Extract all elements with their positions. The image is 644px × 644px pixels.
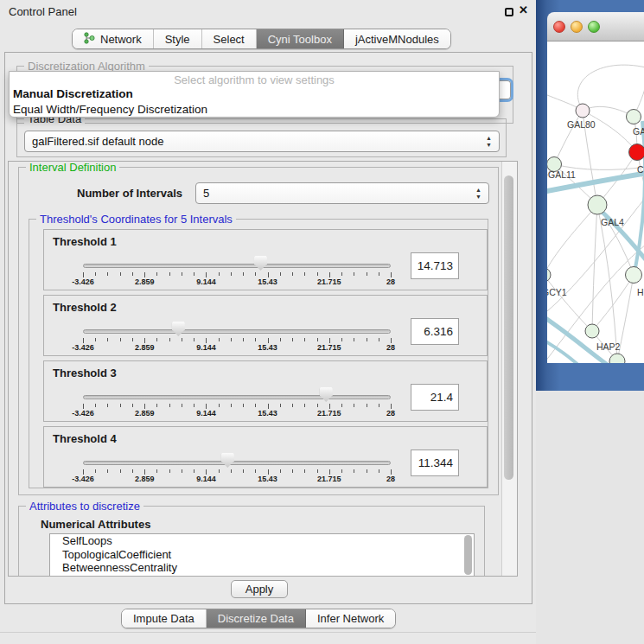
network-edge[interactable]: [547, 245, 644, 363]
apply-button[interactable]: Apply: [231, 580, 288, 598]
H-node[interactable]: [626, 267, 642, 284]
combo-stepper-icon: ▲▼: [475, 187, 482, 201]
GAL4-node[interactable]: [588, 195, 607, 214]
attribute-list-item[interactable]: TopologicalCoefficient: [50, 548, 474, 562]
tick-mark: [194, 469, 194, 473]
node-label: GCY1: [547, 287, 567, 297]
table-data-group: Table Data galFiltered.sif default node …: [16, 118, 507, 157]
slider-thumb[interactable]: [254, 256, 267, 271]
network-edge-highlighted[interactable]: [547, 340, 580, 363]
tick-mark: [182, 404, 182, 407]
tick-mark: [367, 338, 367, 341]
HAP2-node[interactable]: [585, 324, 599, 338]
tick-mark: [280, 272, 281, 276]
window-minimize-icon[interactable]: [571, 21, 583, 33]
tick-mark: [292, 469, 293, 473]
tab-network[interactable]: Network: [73, 29, 154, 48]
tick-mark: [354, 272, 354, 276]
tick-mark: [169, 469, 170, 473]
tick-label: 9.144: [196, 343, 216, 352]
tab-label: Impute Data: [133, 612, 194, 625]
settings-scrollbar-thumb[interactable]: [504, 175, 513, 480]
tick-mark: [367, 469, 367, 473]
tick-mark: [280, 404, 281, 407]
tick-mark: [231, 469, 232, 473]
slider-thumb[interactable]: [172, 322, 185, 336]
tab-discretize-data[interactable]: Discretize Data: [207, 609, 306, 628]
slider-thumb[interactable]: [221, 453, 234, 468]
tick-mark: [292, 404, 293, 407]
tick-mark: [341, 469, 342, 473]
slider-track[interactable]: [83, 461, 391, 465]
tick-mark: [132, 404, 133, 407]
tab-jactivemnodules[interactable]: jActiveMNodules: [344, 29, 450, 48]
tab-impute-data[interactable]: Impute Data: [122, 609, 207, 628]
number-of-intervals-combobox[interactable]: 5 ▲▼: [195, 182, 489, 204]
tick-mark: [341, 404, 342, 407]
threshold-value-input[interactable]: 14.713: [411, 252, 459, 279]
network-view-canvas[interactable]: GAL80GACGAL11GAL4GCY1HHAP2: [547, 41, 644, 363]
combo-stepper-icon: ▲▼: [485, 135, 493, 149]
node-label: HAP2: [596, 341, 621, 352]
tick-label: 2.859: [135, 277, 155, 286]
tick-label: 9.144: [196, 409, 216, 418]
tick-mark: [120, 404, 121, 407]
attribute-list-item[interactable]: BetweennessCentrality: [50, 561, 474, 575]
threshold-value-input[interactable]: 6.316: [411, 318, 459, 345]
network-edge[interactable]: [547, 205, 597, 275]
GCY1-node[interactable]: [547, 268, 551, 282]
red-node[interactable]: [629, 144, 644, 161]
algorithm-option[interactable]: Manual Discretization: [10, 86, 499, 102]
threshold-value-input[interactable]: 21.4: [411, 384, 459, 411]
tick-mark: [255, 272, 256, 276]
threshold-value-input[interactable]: 11.344: [411, 450, 459, 476]
tick-mark: [107, 469, 108, 473]
GAL80-node[interactable]: [576, 104, 590, 118]
tick-mark: [379, 338, 379, 341]
slider-track[interactable]: [83, 329, 391, 334]
attributes-list-scrollbar[interactable]: [464, 535, 472, 575]
tick-mark: [379, 272, 379, 276]
tick-mark: [379, 404, 379, 407]
float-window-icon[interactable]: [505, 8, 513, 16]
slider-track[interactable]: [83, 264, 391, 268]
network-edge[interactable]: [577, 65, 644, 111]
tick-label: 15.43: [258, 343, 277, 352]
slider-thumb[interactable]: [320, 387, 333, 402]
tick-mark: [95, 469, 96, 473]
window-close-icon[interactable]: [553, 21, 565, 33]
tick-label: 28: [386, 409, 395, 418]
close-icon[interactable]: ✕: [519, 3, 528, 16]
algorithm-option[interactable]: Equal Width/Frequency Discretization: [10, 102, 499, 118]
tick-mark: [255, 338, 256, 341]
tick-label: 28: [386, 475, 395, 483]
tick-mark: [255, 469, 256, 473]
tab-style[interactable]: Style: [154, 29, 202, 48]
node-label: GAL4: [601, 217, 624, 227]
tick-label: 28: [386, 277, 395, 286]
network-edge-highlighted[interactable]: [547, 316, 612, 363]
tick-mark: [219, 272, 220, 276]
tick-mark: [304, 272, 305, 276]
tick-mark: [341, 272, 342, 276]
table-data-combobox[interactable]: galFiltered.sif default node ▲▼: [24, 131, 500, 152]
tick-mark: [354, 404, 354, 407]
tick-label: 2.859: [135, 475, 155, 483]
window-zoom-icon[interactable]: [588, 21, 600, 33]
threshold-row: Threshold 4-3.4262.8599.14415.4321.71528…: [43, 426, 488, 488]
tick-mark: [95, 338, 96, 341]
tab-select[interactable]: Select: [202, 29, 257, 48]
tick-mark: [156, 338, 157, 341]
tick-mark: [231, 338, 232, 341]
network-edge[interactable]: [592, 205, 597, 331]
tick-mark: [231, 272, 232, 276]
tab-infer-network[interactable]: Infer Network: [306, 609, 395, 628]
slider-track[interactable]: [83, 395, 391, 399]
tab-label: Select: [214, 33, 245, 46]
top-right-node[interactable]: [627, 110, 641, 124]
tab-label: Discretize Data: [218, 612, 294, 625]
numerical-attributes-list[interactable]: SelfLoopsTopologicalCoefficientBetweenne…: [49, 533, 475, 577]
attribute-list-item[interactable]: SelfLoops: [50, 534, 474, 548]
tick-mark: [280, 469, 281, 473]
tab-cyni-toolbox[interactable]: Cyni Toolbox: [257, 29, 344, 48]
